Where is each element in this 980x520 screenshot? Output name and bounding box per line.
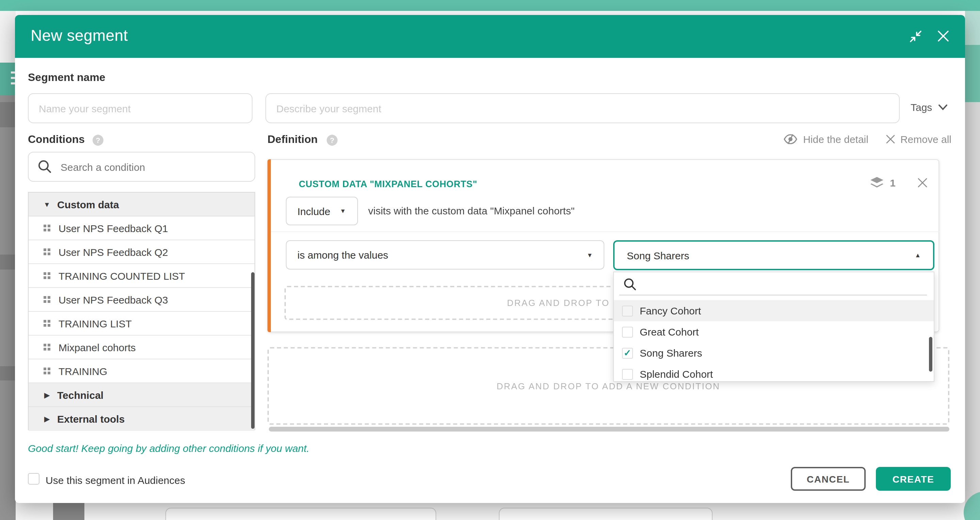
condition-item[interactable]: Mixpanel cohorts xyxy=(29,336,255,359)
dropdown-divider xyxy=(619,295,927,296)
collapse-icon[interactable] xyxy=(909,30,922,43)
backdrop-right xyxy=(965,102,980,520)
new-segment-modal: New segment Segment name Tags xyxy=(15,15,965,503)
drag-handle-icon xyxy=(43,224,50,231)
include-value: Include xyxy=(298,205,331,217)
hide-detail-button[interactable]: Hide the detail xyxy=(783,134,869,145)
segment-name-label: Segment name xyxy=(28,72,105,84)
dropdown-scrollbar[interactable] xyxy=(929,337,932,372)
horizontal-scrollbar[interactable] xyxy=(269,427,950,431)
layers-icon xyxy=(869,176,884,189)
section-external-tools[interactable]: ▶ External tools xyxy=(29,407,255,431)
condition-label: TRAINING LIST xyxy=(59,318,132,329)
checkbox-unchecked[interactable] xyxy=(622,305,633,316)
checkbox-unchecked[interactable] xyxy=(622,369,633,380)
conditions-title: Conditions xyxy=(28,134,85,146)
condition-label: User NPS Feedback Q3 xyxy=(59,294,168,305)
condition-label: TRAINING xyxy=(59,365,107,377)
backdrop-card xyxy=(165,508,436,520)
app-topbar xyxy=(0,0,980,11)
check-icon: ✓ xyxy=(624,348,631,357)
caret-up-icon: ▲ xyxy=(915,252,921,259)
option-label: Great Cohort xyxy=(640,326,698,337)
close-icon[interactable] xyxy=(937,29,950,43)
condition-item[interactable]: TRAINING LIST xyxy=(29,312,255,336)
drag-handle-icon xyxy=(43,367,50,374)
audiences-checkbox[interactable] xyxy=(28,473,40,485)
sidebar-item xyxy=(0,254,16,270)
create-button[interactable]: CREATE xyxy=(876,467,951,491)
condition-label: User NPS Feedback Q2 xyxy=(59,246,168,258)
tags-label: Tags xyxy=(911,102,932,113)
values-search-input[interactable] xyxy=(643,275,915,293)
help-icon[interactable]: ? xyxy=(92,135,103,146)
condition-item[interactable]: User NPS Feedback Q2 xyxy=(29,240,255,264)
section-label: External tools xyxy=(57,413,124,425)
card-title: CUSTOM DATA "MIXPANEL COHORTS" xyxy=(299,179,477,189)
segment-name-input[interactable] xyxy=(28,93,253,123)
sidebar-item xyxy=(0,102,16,127)
drag-handle-icon xyxy=(43,272,50,279)
condition-label: User NPS Feedback Q1 xyxy=(59,222,168,234)
conditions-scrollbar[interactable] xyxy=(251,272,255,429)
operator-value: is among the values xyxy=(298,249,388,261)
section-technical[interactable]: ▶ Technical xyxy=(29,383,255,407)
option-label: Song Sharers xyxy=(640,347,702,359)
condition-item[interactable]: User NPS Feedback Q3 xyxy=(29,288,255,312)
include-description: visits with the custom data "Mixpanel co… xyxy=(368,205,575,216)
segment-description-input[interactable] xyxy=(266,93,900,123)
checkbox-checked[interactable]: ✓ xyxy=(622,347,633,358)
backdrop-right-teal xyxy=(965,45,980,102)
audiences-label: Use this segment in Audiences xyxy=(46,474,185,486)
backdrop-card xyxy=(499,508,713,520)
drag-handle-icon xyxy=(43,248,50,255)
option-great-cohort[interactable]: Great Cohort xyxy=(614,321,934,342)
card-divider xyxy=(271,231,939,232)
backdrop-bottom xyxy=(16,502,965,520)
option-splendid-cohort[interactable]: Splendid Cohort xyxy=(614,363,934,385)
condition-label: Mixpanel cohorts xyxy=(59,341,136,353)
card-accent-bar xyxy=(267,159,271,332)
option-label: Fancy Cohort xyxy=(640,305,701,316)
operator-dropdown[interactable]: is among the values ▼ xyxy=(286,240,605,270)
condition-search[interactable] xyxy=(28,152,255,182)
caret-down-icon: ▼ xyxy=(587,251,593,258)
hide-detail-label: Hide the detail xyxy=(803,134,869,145)
option-fancy-cohort[interactable]: Fancy Cohort xyxy=(614,300,934,321)
search-icon xyxy=(37,159,52,174)
remove-condition-icon[interactable] xyxy=(917,178,928,188)
section-custom-data[interactable]: ▼ Custom data xyxy=(29,192,255,216)
caret-down-icon: ▼ xyxy=(340,208,346,215)
condition-item[interactable]: TRAINING COUNTED LIST xyxy=(29,264,255,288)
option-song-sharers[interactable]: ✓ Song Sharers xyxy=(614,342,934,363)
eye-slash-icon xyxy=(783,134,798,144)
condition-search-input[interactable] xyxy=(60,161,244,173)
sidebar-menu-button[interactable] xyxy=(0,63,16,95)
modal-header: New segment xyxy=(15,15,965,58)
sidebar-item xyxy=(0,366,16,380)
backdrop-bottom-block xyxy=(53,502,84,520)
caret-down-icon: ▼ xyxy=(37,200,57,208)
app-sidebar xyxy=(0,95,16,520)
checkbox-unchecked[interactable] xyxy=(622,326,633,337)
caret-right-icon: ▶ xyxy=(37,391,57,399)
cancel-button[interactable]: CANCEL xyxy=(791,467,865,491)
include-dropdown[interactable]: Include ▼ xyxy=(286,197,358,225)
tags-dropdown[interactable]: Tags xyxy=(911,102,947,113)
help-icon[interactable]: ? xyxy=(327,135,337,146)
remove-all-button[interactable]: Remove all xyxy=(886,134,951,145)
chevron-down-icon xyxy=(938,104,947,110)
values-dropdown[interactable]: Song Sharers ▲ xyxy=(613,240,934,270)
condition-label: TRAINING COUNTED LIST xyxy=(59,270,185,281)
condition-item[interactable]: TRAINING xyxy=(29,359,255,383)
modal-title: New segment xyxy=(30,27,128,45)
backdrop-right-top xyxy=(965,11,980,45)
definition-title: Definition xyxy=(267,134,318,146)
drag-handle-icon xyxy=(43,344,50,350)
caret-right-icon: ▶ xyxy=(37,415,57,423)
option-label: Splendid Cohort xyxy=(640,368,713,380)
conditions-list: ▼ Custom data User NPS Feedback Q1 User … xyxy=(28,192,255,430)
section-label: Custom data xyxy=(57,199,119,210)
drag-handle-icon xyxy=(43,320,50,327)
condition-item[interactable]: User NPS Feedback Q1 xyxy=(29,216,255,240)
